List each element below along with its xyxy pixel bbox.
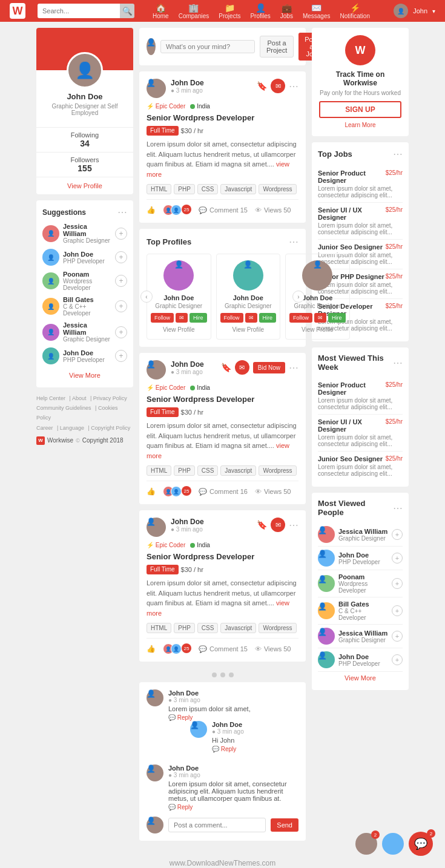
message-button[interactable]: ✉ <box>245 313 257 323</box>
bookmark-icon[interactable]: 🔖 <box>221 363 231 372</box>
community-link[interactable]: Community Guidelines <box>36 405 91 411</box>
hire-button[interactable]: Hire <box>190 313 207 323</box>
post-footer: 👍 👤 👤 25 💬Comment 16 👁Views 50 <box>147 481 298 497</box>
suggestion-add-button[interactable]: + <box>115 326 127 338</box>
most-viewed-people-card: Most Viewed People ⋯ 👤 Jessica WilliamGr… <box>312 493 409 690</box>
navbar-avatar: 👤 <box>394 4 408 18</box>
nav-companies[interactable]: 🏢Companies <box>179 3 209 19</box>
job-item: Senior Product Designer$25/hr Lorem ipsu… <box>318 166 403 203</box>
people-add-button[interactable]: + <box>392 578 403 589</box>
status-input[interactable] <box>160 40 255 53</box>
post-footer: 👍 👤 👤 25 💬Comment 15 👁Views 50 <box>147 638 298 654</box>
language-link[interactable]: Language <box>60 425 84 431</box>
email-icon[interactable]: ✉ <box>271 518 285 532</box>
learn-more-link[interactable]: Learn More <box>344 122 375 128</box>
career-link[interactable]: Career <box>36 425 53 431</box>
post-tags: Full Time $30 / hr <box>147 565 298 574</box>
reply-button[interactable]: 💬 Reply <box>168 804 298 810</box>
message-button[interactable]: ✉ <box>176 313 188 323</box>
search-button[interactable]: 🔍 <box>120 4 134 18</box>
nav-messages[interactable]: ✉️Messages <box>303 3 331 19</box>
nav-notification[interactable]: ⚡Notification <box>340 3 369 19</box>
post-project-button[interactable]: Post a Project <box>260 36 294 58</box>
copyright-link[interactable]: Copyright Policy <box>91 425 130 431</box>
search-input[interactable] <box>38 4 122 18</box>
nav-projects[interactable]: 📁Projects <box>219 3 240 19</box>
suggestion-add-button[interactable]: + <box>115 251 127 263</box>
suggestion-info: John Doe PHP Developer <box>63 349 111 363</box>
email-icon[interactable]: ✉ <box>235 360 249 375</box>
nav-home[interactable]: 🏠Home <box>153 3 169 19</box>
float-chat-button[interactable]: 💬 2 <box>409 832 433 856</box>
follow-button[interactable]: Follow <box>289 313 312 323</box>
comment-action[interactable]: 💬Comment 15 <box>199 206 248 214</box>
like-icon[interactable]: 👍 <box>147 645 156 653</box>
people-avatar: 👤 <box>318 575 335 592</box>
post-menu-icon[interactable]: ⋯ <box>289 519 298 531</box>
suggestion-add-button[interactable]: + <box>115 275 127 287</box>
comment-send-button[interactable]: Send <box>271 818 298 832</box>
signup-button[interactable]: SIGN UP <box>319 101 401 118</box>
float-avatar-1[interactable]: 2 <box>355 833 377 855</box>
bookmark-icon[interactable]: 🔖 <box>257 81 267 91</box>
suggestions-title: Suggestions <box>42 208 86 217</box>
slider-left-arrow[interactable]: ‹ <box>140 291 153 303</box>
top-jobs-menu[interactable]: ⋯ <box>393 148 403 160</box>
people-add-button[interactable]: + <box>392 605 403 616</box>
suggestion-add-button[interactable]: + <box>115 300 127 312</box>
suggestion-add-button[interactable]: + <box>115 228 127 240</box>
like-icon[interactable]: 👍 <box>147 206 156 214</box>
view-profile-button[interactable]: View Profile <box>36 177 133 194</box>
comment-action[interactable]: 💬Comment 16 <box>199 488 248 496</box>
comment-item: 👤 John Doe ● 3 min ago Lorem ipsum dolor… <box>147 764 298 810</box>
help-center-link[interactable]: Help Center <box>36 395 65 401</box>
most-viewed-menu[interactable]: ⋯ <box>393 357 403 369</box>
suggestion-info: John Doe PHP Developer <box>63 251 111 265</box>
comment-action[interactable]: 💬Comment 15 <box>199 645 248 653</box>
privacy-link[interactable]: Privacy Policy <box>93 395 127 401</box>
email-icon[interactable]: ✉ <box>271 79 285 93</box>
load-more[interactable] <box>139 668 306 682</box>
about-link[interactable]: About <box>72 395 87 401</box>
people-add-button[interactable]: + <box>392 529 403 540</box>
top-profiles-menu[interactable]: ⋯ <box>289 236 298 248</box>
message-button[interactable]: ✉ <box>314 313 326 323</box>
view-more-link[interactable]: view more <box>147 599 289 617</box>
follow-button[interactable]: Follow <box>220 313 243 323</box>
comment-author-name: John Doe <box>212 721 298 728</box>
slider-right-arrow[interactable]: › <box>292 291 305 303</box>
bid-now-button[interactable]: Bid Now <box>253 362 285 373</box>
navbar-dropdown-icon[interactable]: ▾ <box>432 8 435 15</box>
people-add-button[interactable]: + <box>392 654 403 665</box>
views-action: 👁Views 50 <box>255 645 291 653</box>
hire-button[interactable]: Hire <box>259 313 277 323</box>
epic-coder-badge: ⚡ Epic Coder <box>147 542 185 548</box>
view-more-link[interactable]: view more <box>147 442 289 459</box>
suggestions-menu-icon[interactable]: ⋯ <box>117 206 127 218</box>
like-icon[interactable]: 👍 <box>147 487 156 496</box>
float-avatar-2[interactable] <box>382 833 404 855</box>
people-add-button[interactable]: + <box>392 553 403 564</box>
bookmark-icon[interactable]: 🔖 <box>257 520 267 530</box>
nav-profiles[interactable]: 👤Profiles <box>250 3 270 19</box>
reply-button[interactable]: 💬 Reply <box>212 746 298 752</box>
people-add-button[interactable]: + <box>392 631 403 642</box>
follow-button[interactable]: Follow <box>151 313 174 323</box>
reply-button[interactable]: 💬 Reply <box>168 714 298 721</box>
suggestions-view-more[interactable]: View More <box>42 369 127 381</box>
suggestion-add-button[interactable]: + <box>115 350 127 362</box>
nav-jobs[interactable]: 💼Jobs <box>280 3 293 19</box>
view-profile-link[interactable]: View Profile <box>289 326 346 333</box>
view-profile-link[interactable]: View Profile <box>220 326 277 333</box>
most-viewed-people-menu[interactable]: ⋯ <box>393 502 403 514</box>
people-view-more[interactable]: View More <box>318 672 403 684</box>
view-more-link[interactable]: view more <box>147 160 289 178</box>
profile-item-name: John Doe <box>220 294 277 301</box>
post-menu-icon[interactable]: ⋯ <box>289 81 298 92</box>
view-profile-link[interactable]: View Profile <box>151 326 207 333</box>
hire-button[interactable]: Hire <box>328 313 346 323</box>
comment-input[interactable] <box>168 818 266 832</box>
people-item: 👤 PoonamWordpress Developer + <box>318 570 403 597</box>
comment-text: Lorem ipsum dolor sit amet, <box>168 705 298 712</box>
post-menu-icon[interactable]: ⋯ <box>289 362 298 373</box>
